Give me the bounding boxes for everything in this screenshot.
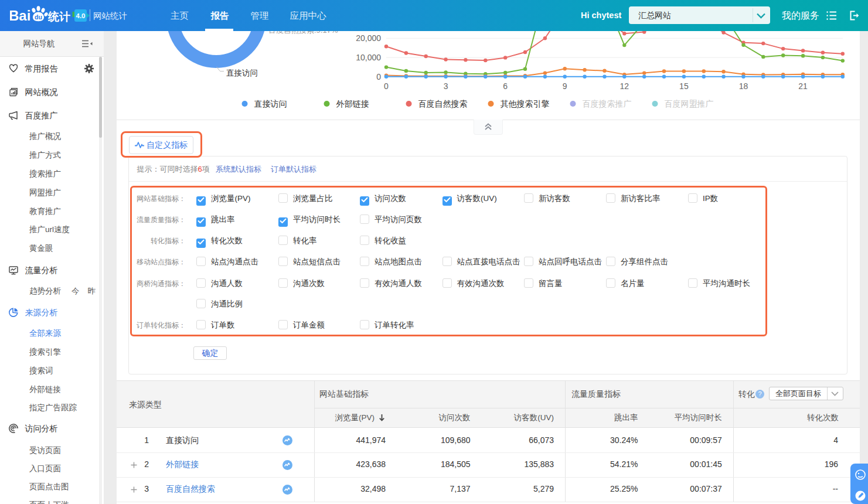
svg-text:20,000: 20,000 (356, 33, 381, 43)
svg-text:4.0: 4.0 (76, 12, 86, 19)
svg-text:15: 15 (679, 81, 689, 91)
svg-text:3: 3 (444, 81, 448, 91)
svg-text:其他搜索引擎: 其他搜索引擎 (501, 99, 550, 108)
svg-text:百度网盟推广: 百度网盟推广 (665, 99, 714, 108)
svg-text:外部链接: 外部链接 (336, 99, 369, 108)
svg-text:0: 0 (376, 72, 381, 81)
svg-text:9: 9 (563, 81, 567, 91)
svg-text:12: 12 (620, 81, 629, 91)
svg-text:统计: 统计 (47, 11, 70, 23)
svg-text:直接访问: 直接访问 (226, 69, 258, 77)
svg-text:网站统计: 网站统计 (93, 11, 127, 21)
svg-text:du: du (35, 13, 42, 21)
svg-text:直接访问: 直接访问 (254, 99, 287, 108)
svg-text:百度自然搜索: 百度自然搜索 (418, 99, 468, 108)
svg-text:百度搜索推广: 百度搜索推广 (583, 99, 632, 108)
svg-text:6: 6 (503, 81, 508, 91)
svg-text:10,000: 10,000 (356, 53, 381, 62)
svg-text:18: 18 (739, 81, 748, 91)
svg-text:Bai: Bai (10, 8, 30, 23)
svg-text:21: 21 (798, 81, 808, 91)
svg-text:0: 0 (384, 81, 389, 91)
